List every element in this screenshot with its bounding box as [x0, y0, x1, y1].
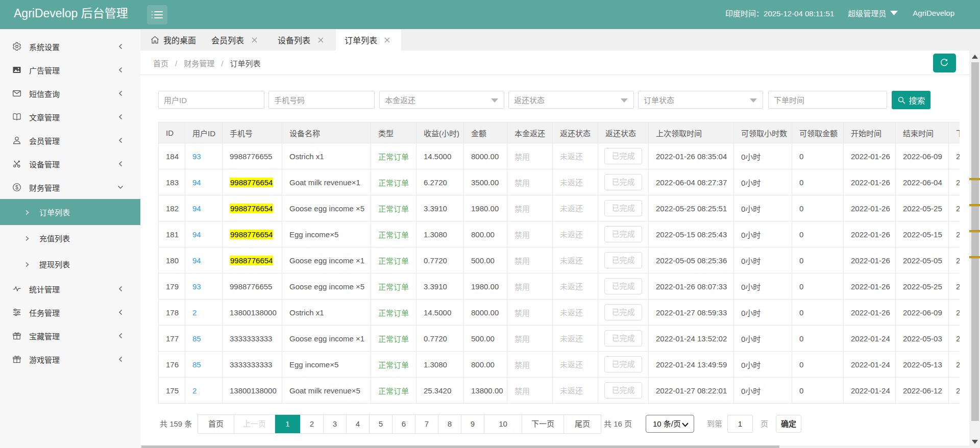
svg-text:$: $ [15, 184, 18, 190]
